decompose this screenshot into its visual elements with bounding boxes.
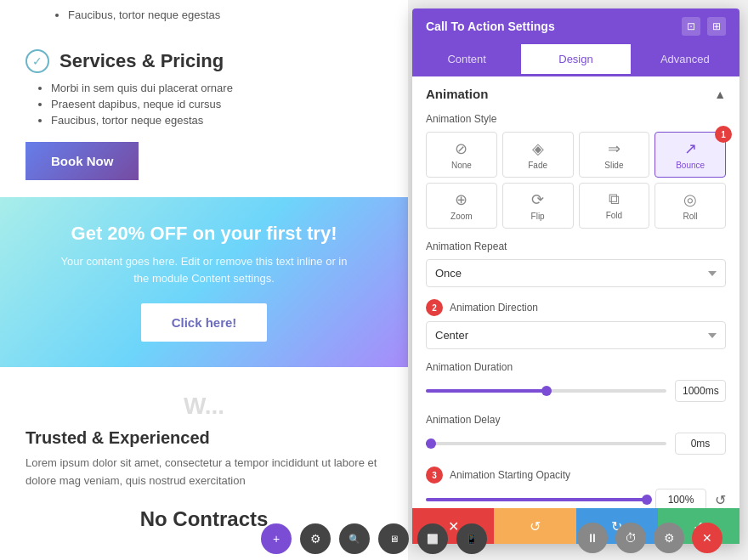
services-section: ✓ Services & Pricing Morbi in sem quis d… [0, 32, 408, 197]
style-slide[interactable]: ⇒ Slide [579, 132, 650, 178]
animation-delay-slider-row: 0ms [426, 433, 726, 455]
animation-section: Animation ▲ Animation Style ⊘ None ◈ Fad… [412, 76, 740, 508]
animation-opacity-header: 3 Animation Starting Opacity [426, 467, 726, 484]
check-icon: ✓ [26, 49, 49, 73]
panel-body: Animation ▲ Animation Style ⊘ None ◈ Fad… [412, 76, 740, 508]
animation-repeat-group: Animation Repeat Once Loop Infinite [426, 240, 726, 287]
panel-minimize-button[interactable]: ⊡ [682, 17, 700, 36]
style-bounce[interactable]: 1 ↗ Bounce [654, 132, 726, 178]
services-bullet-1: Morbi in sem quis dui placerat ornare [51, 82, 382, 94]
trusted-title: Trusted & Experienced [26, 428, 382, 448]
panel-tabs: Content Design Advanced [412, 44, 740, 76]
book-now-button[interactable]: Book Now [26, 142, 139, 180]
gear-button[interactable]: ⚙ [654, 523, 684, 553]
style-roll[interactable]: ◎ Roll [654, 183, 726, 229]
bounce-icon: ↗ [659, 139, 722, 158]
style-zoom[interactable]: ⊕ Zoom [426, 183, 497, 229]
opacity-reset-button[interactable]: ↺ [715, 492, 726, 508]
mobile-button[interactable]: 📱 [456, 523, 487, 554]
animation-direction-label: Animation Direction [450, 302, 538, 314]
cta-box: Get 20% OFF on your first try! Your cont… [0, 197, 408, 367]
step-1-badge: 1 [715, 126, 732, 143]
fold-label: Fold [583, 211, 646, 220]
animation-duration-value: 1000ms [675, 380, 726, 402]
slide-icon: ⇒ [583, 139, 646, 158]
zoom-icon: ⊕ [430, 190, 493, 209]
animation-direction-select[interactable]: Center Left Right Top Bottom [426, 321, 726, 349]
step-2-badge: 2 [426, 299, 443, 316]
cta-offer-text: Get 20% OFF on your first try! [34, 223, 374, 245]
animation-delay-label: Animation Delay [426, 414, 726, 426]
collapse-icon[interactable]: ▲ [714, 88, 726, 101]
animation-duration-fill [426, 389, 547, 393]
animation-delay-thumb[interactable] [426, 438, 436, 449]
add-button[interactable]: + [261, 523, 292, 554]
services-bullet-3: Faucibus, tortor neque egestas [51, 114, 382, 127]
partial-title: W... [26, 384, 382, 428]
style-flip[interactable]: ⟳ Flip [502, 183, 574, 229]
animation-delay-group: Animation Delay 0ms [426, 414, 726, 455]
click-here-button[interactable]: Click here! [141, 303, 268, 342]
fade-icon: ◈ [507, 139, 570, 158]
animation-style-grid: ⊘ None ◈ Fade ⇒ Slide 1 [426, 132, 726, 229]
settings-button[interactable]: ⚙ [300, 523, 331, 554]
animation-section-header: Animation ▲ [426, 87, 726, 101]
panel-expand-button[interactable]: ⊞ [707, 17, 726, 36]
animation-opacity-value: 100% [655, 489, 706, 508]
animation-style-group: Animation Style ⊘ None ◈ Fade ⇒ [426, 113, 726, 229]
style-none[interactable]: ⊘ None [426, 132, 497, 178]
animation-section-title: Animation [426, 87, 488, 101]
pause-button[interactable]: ⏸ [577, 523, 608, 553]
none-label: None [430, 161, 493, 170]
animation-opacity-group: 3 Animation Starting Opacity 100% ↺ [426, 467, 726, 508]
animation-duration-thumb[interactable] [541, 386, 552, 396]
zoom-label: Zoom [430, 212, 493, 221]
animation-direction-header: 2 Animation Direction [426, 299, 726, 316]
tab-content[interactable]: Content [412, 44, 521, 76]
bounce-label: Bounce [659, 161, 722, 170]
slide-label: Slide [583, 161, 646, 170]
webpage-content: Faucibus, tortor neque egestas ✓ Service… [0, 0, 408, 560]
roll-icon: ◎ [659, 190, 722, 209]
animation-delay-track [426, 442, 666, 445]
cta-subtext: Your content goes here. Edit or remove t… [34, 253, 374, 286]
fold-icon: ⧉ [583, 190, 646, 208]
fade-label: Fade [507, 161, 570, 170]
animation-opacity-label: Animation Starting Opacity [450, 469, 570, 481]
animation-opacity-track [426, 498, 647, 501]
animation-opacity-row: 100% ↺ [426, 489, 726, 508]
animation-opacity-thumb[interactable] [642, 495, 652, 505]
animation-duration-label: Animation Duration [426, 361, 726, 373]
timer-button[interactable]: ⏱ [615, 523, 646, 553]
services-bullet-2: Praesent dapibus, neque id cursus [51, 98, 382, 110]
tab-design[interactable]: Design [521, 44, 630, 76]
panel-title: Call To Action Settings [426, 20, 555, 33]
animation-repeat-select[interactable]: Once Loop Infinite [426, 259, 726, 287]
none-icon: ⊘ [430, 139, 493, 158]
animation-duration-track [426, 389, 666, 393]
services-bullet-list: Morbi in sem quis dui placerat ornare Pr… [26, 82, 382, 127]
roll-label: Roll [659, 212, 722, 221]
bottom-toolbar: + ⚙ 🔍 🖥 ⬜ 📱 ✕ ⚙ ⏱ ⏸ [0, 518, 748, 560]
settings-panel: Call To Action Settings ⊡ ⊞ Content Desi… [412, 8, 740, 544]
desktop-button[interactable]: 🖥 [378, 523, 409, 554]
services-title: Services & Pricing [60, 50, 224, 72]
step-3-badge: 3 [426, 467, 443, 484]
flip-label: Flip [507, 212, 570, 221]
services-header: ✓ Services & Pricing [26, 49, 382, 73]
panel-header: Call To Action Settings ⊡ ⊞ [412, 8, 740, 44]
tablet-button[interactable]: ⬜ [417, 523, 448, 554]
animation-duration-slider-row: 1000ms [426, 380, 726, 402]
style-fade[interactable]: ◈ Fade [502, 132, 574, 178]
tab-advanced[interactable]: Advanced [631, 44, 740, 76]
animation-style-label: Animation Style [426, 113, 726, 125]
trusted-text: Lorem ipsum dolor sit amet, consectetur … [26, 455, 382, 490]
top-bullets-section: Faucibus, tortor neque egestas [0, 0, 408, 32]
search-button[interactable]: 🔍 [339, 523, 370, 554]
flip-icon: ⟳ [507, 190, 570, 209]
panel-header-icons: ⊡ ⊞ [682, 17, 726, 36]
style-fold[interactable]: ⧉ Fold [579, 183, 650, 229]
animation-delay-value: 0ms [675, 433, 726, 455]
close-button[interactable]: ✕ [692, 523, 722, 553]
animation-opacity-fill [426, 498, 647, 501]
